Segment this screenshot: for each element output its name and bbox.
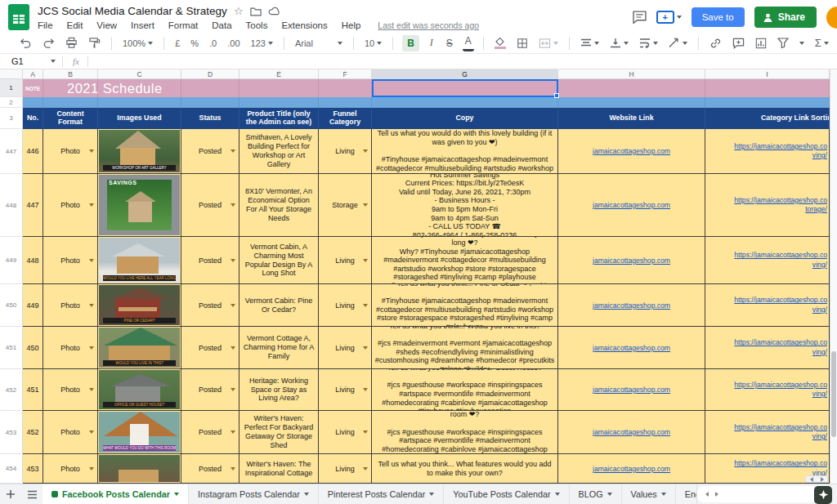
- menu-view[interactable]: View: [96, 20, 117, 30]
- cell-content-format[interactable]: Photo: [43, 129, 98, 174]
- cell-f2[interactable]: [319, 97, 372, 108]
- column-header-i[interactable]: I: [705, 69, 830, 79]
- cell-funnel-category[interactable]: Living: [319, 369, 372, 411]
- dropdown-arrow-icon[interactable]: [231, 149, 235, 153]
- column-header-b[interactable]: B: [43, 69, 98, 79]
- functions-button[interactable]: Σ: [813, 35, 830, 51]
- cell-status[interactable]: Posted: [181, 284, 239, 327]
- vertical-scrollbar[interactable]: [830, 69, 837, 484]
- dropdown-arrow-icon[interactable]: [89, 203, 94, 207]
- cell-product-title[interactable]: Vermont Cabin, A Charming Most Popular D…: [239, 237, 319, 284]
- dropdown-arrow-icon[interactable]: [89, 304, 94, 307]
- header-content-format[interactable]: Content Format: [43, 108, 98, 129]
- cell-image[interactable]: OFFICE OR GUEST HOUSE?: [98, 369, 181, 411]
- cell-category-link[interactable]: https://jamaicacottageshop.co ving/: [705, 327, 830, 369]
- undo-button[interactable]: [18, 35, 34, 51]
- cell-funnel-category[interactable]: Storage: [319, 174, 372, 237]
- column-header-e[interactable]: E: [239, 69, 319, 79]
- cell-product-title[interactable]: Smithaven, A Lovely Building Perfect for…: [239, 129, 319, 174]
- category-link[interactable]: https://jamaicacottageshop.co ving/: [705, 338, 829, 356]
- cell-a2[interactable]: [23, 97, 43, 108]
- add-sheet-button[interactable]: [0, 484, 21, 504]
- cell-category-link[interactable]: https://jamaicacottageshop.co torage/: [705, 174, 830, 237]
- account-avatar[interactable]: [826, 7, 837, 29]
- cell-category-link[interactable]: https://jamaicacottageshop.co ving/: [705, 369, 830, 411]
- cell-i2[interactable]: [705, 97, 830, 108]
- website-link[interactable]: jamaicacottageshop.com: [593, 301, 670, 310]
- row-header[interactable]: 451: [0, 327, 23, 369]
- cell-status[interactable]: Posted: [181, 174, 239, 237]
- tab-scroll-right-icon[interactable]: [715, 492, 718, 497]
- cell-status[interactable]: Posted: [181, 454, 239, 484]
- cell-status[interactable]: Posted: [181, 237, 239, 284]
- chevron-down-icon[interactable]: [304, 493, 309, 496]
- paint-format-button[interactable]: [87, 35, 102, 51]
- cell-category-link[interactable]: https://jamaicacottageshop.co ving/: [705, 411, 830, 454]
- font-size-select[interactable]: 10: [363, 35, 383, 51]
- dropdown-arrow-icon[interactable]: [363, 259, 368, 262]
- tab-youtube-posts-calendar[interactable]: YouTube Posts Calendar: [444, 484, 569, 504]
- fill-handle[interactable]: [554, 93, 559, 98]
- cell-c2[interactable]: [98, 97, 181, 108]
- note-cell[interactable]: NOTE: [23, 79, 43, 97]
- fill-color-button[interactable]: [493, 35, 508, 51]
- row-header[interactable]: 449: [0, 237, 23, 284]
- cell-category-link[interactable]: https://jamaicacottageshop.co ving/: [705, 237, 830, 284]
- text-rotation-button[interactable]: [667, 35, 689, 51]
- cell-website-link[interactable]: jamaicacottageshop.com: [558, 454, 705, 484]
- chevron-down-icon[interactable]: [555, 493, 560, 496]
- website-link[interactable]: jamaicacottageshop.com: [593, 344, 670, 352]
- insert-chart-button[interactable]: [754, 35, 768, 51]
- cell-e1[interactable]: [239, 79, 319, 97]
- cell-copy[interactable]: Tell us what you would do with this love…: [372, 129, 558, 174]
- cell-category-link[interactable]: https://jamaicacottageshop.co ving/: [705, 284, 830, 327]
- cell-funnel-category[interactable]: Living: [319, 327, 372, 369]
- cell-content-format[interactable]: Photo: [43, 327, 98, 369]
- column-header-d[interactable]: D: [181, 69, 239, 79]
- website-link[interactable]: jamaicacottageshop.com: [593, 201, 670, 209]
- website-link[interactable]: jamaicacottageshop.com: [593, 147, 670, 155]
- category-link[interactable]: https://jamaicacottageshop.co ving/: [705, 142, 829, 160]
- column-header-h[interactable]: H: [558, 69, 705, 79]
- menu-help[interactable]: Help: [342, 20, 361, 30]
- cell-no[interactable]: 446: [23, 129, 43, 174]
- insert-link-button[interactable]: [708, 35, 723, 51]
- cell-category-link[interactable]: https://jamaicacottageshop.co ving/: [705, 129, 830, 174]
- cell-status[interactable]: Posted: [181, 411, 239, 454]
- tab-facebook-posts-calendar[interactable]: Facebook Posts Calendar: [43, 484, 189, 504]
- bold-button[interactable]: B: [402, 35, 419, 51]
- website-link[interactable]: jamaicacottageshop.com: [593, 256, 670, 265]
- cell-content-format[interactable]: Photo: [43, 369, 98, 411]
- header-website-link[interactable]: Website Link: [558, 108, 705, 129]
- dropdown-arrow-icon[interactable]: [363, 304, 368, 307]
- row-header[interactable]: 454: [0, 454, 23, 484]
- cell-website-link[interactable]: jamaicacottageshop.com: [558, 284, 705, 327]
- header-funnel-category[interactable]: Funnel Category: [319, 108, 372, 129]
- print-button[interactable]: [64, 35, 79, 51]
- vertical-scrollbar-thumb[interactable]: [831, 351, 836, 437]
- percent-format-button[interactable]: %: [189, 35, 200, 51]
- increase-decimal-button[interactable]: .00: [226, 35, 241, 51]
- header-no[interactable]: No.: [23, 108, 43, 129]
- merge-cells-button[interactable]: [537, 35, 560, 51]
- cell-d2[interactable]: [181, 97, 239, 108]
- menu-format[interactable]: Format: [168, 20, 198, 30]
- dropdown-arrow-icon[interactable]: [363, 467, 368, 471]
- cell-website-link[interactable]: jamaicacottageshop.com: [558, 369, 705, 411]
- row-header[interactable]: 450: [0, 284, 23, 327]
- menu-tools[interactable]: Tools: [246, 20, 268, 30]
- text-color-button[interactable]: A: [463, 35, 474, 51]
- dropdown-arrow-icon[interactable]: [231, 346, 235, 350]
- cell-status[interactable]: Posted: [181, 369, 239, 411]
- tab-scroll-controls[interactable]: [697, 486, 727, 502]
- explore-button[interactable]: [814, 486, 832, 504]
- tab-values[interactable]: Values: [622, 484, 676, 504]
- cell-content-format[interactable]: Photo: [43, 411, 98, 454]
- chevron-down-icon[interactable]: [661, 493, 666, 496]
- tab-pinterest-posts-calendar[interactable]: Pinterest Posts Calendar: [319, 484, 444, 504]
- cell-copy[interactable]: Tell us what you think... Pine or Cedar …: [372, 284, 558, 327]
- cell-image[interactable]: SAVINGS: [98, 174, 181, 237]
- cell-product-title[interactable]: 8X10' Vermonter, An Economical Option Fo…: [239, 174, 319, 237]
- cell-status[interactable]: Posted: [181, 327, 239, 369]
- move-folder-icon[interactable]: [250, 7, 262, 16]
